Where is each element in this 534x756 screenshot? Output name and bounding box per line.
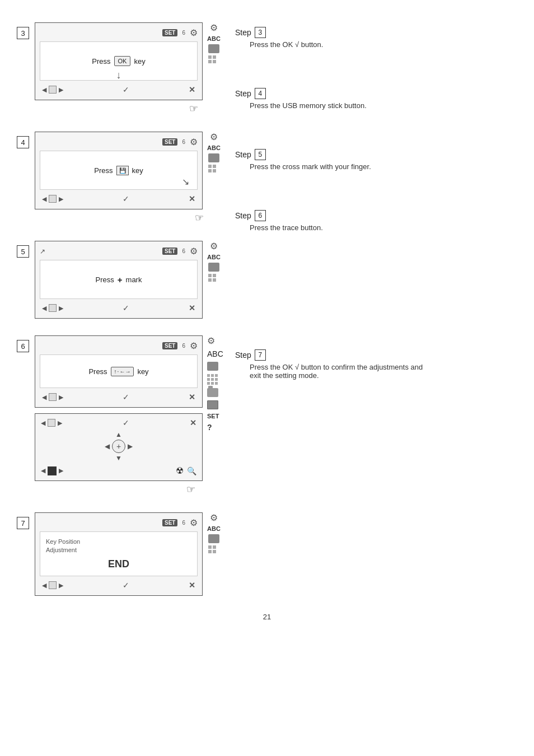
step-3-nav-arrows: ◀ ▶ [42,86,63,94]
step-6-trace-up-arrow: ↑ [114,368,117,375]
step-3-bottom-bar: ◀ ▶ ✓ ✕ [40,84,198,95]
step-3-device-screen: SET6 ⚙ Press OK key ↓ [35,22,203,100]
step-7-top-bar: SET6 ⚙ [40,517,198,528]
step-6-cursor-icon: ☢ [176,465,184,476]
step-5-mark-label: mark [126,276,142,284]
step-5-set-num: 6 [182,248,185,254]
step-7-bottom-bar: ◀ ▶ ✓ ✕ [40,580,198,591]
step-4-key-label: key [132,166,143,175]
step-6-trace-arrows: ←→ [119,368,130,375]
step-6-right-arrow-icon: ▶ [59,394,63,401]
step-7-end-screen-body: Key Position Adjustment END [40,531,198,576]
step-4-arrow-icon: ↘ [182,176,189,187]
step-7-right-arrow-icon: ▶ [59,582,63,589]
step-6-screen-wrapper: SET6 ⚙ Press ↑ · ←→ [35,335,223,481]
step-4-checkmark-icon: ✓ [123,194,129,203]
step-4-desc-num-box: 4 [255,88,266,99]
step-3-key-box: OK [114,56,131,66]
step-5-arrow-indicator: ↗ [40,248,45,255]
step-5-nav-arrows: ◀ ▶ [42,304,63,312]
step-6-extra-bottom: ◀ ▶ ☢ 🔍 [39,464,199,477]
step-6-desc-header: Step 6 [235,210,517,221]
step-4-nav-arrows: ◀ ▶ [42,195,63,203]
step-6-left-arrow-icon: ◀ [42,394,46,401]
step-7-row: 7 SET6 ⚙ Key Position Adjustment [17,512,224,596]
step-3-right-arrow-icon: ▶ [59,86,63,94]
step-5-sidebar-icon1 [208,263,219,272]
step-6-up-arrow-btn[interactable]: ▲ [115,431,122,438]
step-3-set-num: 6 [182,30,185,36]
step-5-gear-icon: ⚙ [190,246,198,256]
step-4-number: 4 [17,136,29,148]
step-5-sidebar-icon2 [208,274,219,282]
step-5-small-square [49,304,57,312]
step-6-plus-icon: + [116,442,121,451]
step-6-gear-icon: ⚙ [190,340,198,351]
step-3-checkmark-icon: ✓ [123,85,129,94]
step-4-right-sidebar: ⚙ ABC [207,132,221,209]
step-4-sidebar-icon2 [208,165,219,172]
step-4-finger-icon: ☞ [195,212,204,224]
step-6-extra-controls: ◀ ▶ ✓ ✕ ▲ ◀ [35,413,203,481]
step-5-press-label: Press [96,276,114,284]
step-4-device-screen: SET6 ⚙ Press 💾 key [35,132,203,209]
step-3-body-inner: Press OK key [92,56,145,66]
step-4-press-label: Press [94,166,113,175]
step-7-sidebar-icon1 [208,534,219,543]
step-3-small-square [49,86,57,94]
step-3-abc-label: ABC [207,35,221,42]
step-6-desc-step-label: Step [235,211,251,220]
step-4-bottom-bar: ◀ ▶ ✓ ✕ [40,193,198,204]
step-7-left-arrow-icon: ◀ [42,582,46,589]
step-5-desc-num-box: 5 [255,149,266,160]
step-5-bottom-bar: ◀ ▶ ✓ ✕ [40,302,198,314]
step-3-press-label: Press [92,57,110,66]
step-6-trace-dot: · [118,368,119,375]
step-6-trash-icon [207,400,218,409]
step-7-key-position-label: Key Position Adjustment [46,538,80,554]
step-4-usb-icon: 💾 [119,167,126,174]
step-7-right-sidebar: ⚙ ABC [207,512,221,596]
step-6-cross-center-btn[interactable]: + [112,440,125,453]
step-3-desc-step-label: Step [235,28,251,37]
step-5-screen-wrapper: ↗ SET6 ⚙ Press + mark [35,241,221,319]
step-5-screen-body: Press + mark [40,260,198,299]
step-3-key-label: key [134,57,145,66]
step-4-abc-label: ABC [207,144,221,151]
step-6-ctrl-x: ✕ [190,418,196,427]
step-4-left-arrow-icon: ◀ [42,195,46,203]
step-5-device-screen: ↗ SET6 ⚙ Press + mark [35,241,203,319]
step-6-down-arrow-btn[interactable]: ▼ [115,454,122,462]
step-3-sidebar-gear: ⚙ [210,22,218,33]
step-7-desc-text: Press the OK √ button to confirm the adj… [235,363,517,380]
step-4-right-arrow-icon: ▶ [59,195,63,203]
step-3-desc-header: Step 3 [235,27,517,38]
step-5-body-inner: Press + mark [96,275,142,284]
step-5-desc-header: Step 5 [235,149,517,160]
step-5-x-icon: ✕ [189,304,195,312]
step-7-desc-num-box: 7 [255,349,266,361]
step-7-end-text: END [108,558,129,570]
step-6-right-arrow-btn[interactable]: ▶ [128,442,133,450]
step-6-set-num: 6 [182,343,185,349]
step-3-sidebar-icon1 [208,44,219,53]
step-6-screens-stack: SET6 ⚙ Press ↑ · ←→ [35,335,203,481]
step-6-abc-label: ABC [207,349,223,358]
step-6-bottom-bar: ◀ ▶ ✓ ✕ [40,391,198,403]
step-6-left-arrow-btn[interactable]: ◀ [105,442,110,450]
step-4-desc-text: Press the USB memory stick button. [235,101,517,110]
step-4-sidebar-icon1 [208,153,219,162]
step-7-device-screen: SET6 ⚙ Key Position Adjustment END [35,512,203,596]
step-3-desc-text: Press the OK √ button. [235,40,517,49]
step-4-sidebar-gear: ⚙ [210,132,218,142]
step-6-desc-text: Press the trace button. [235,223,517,232]
step-4-x-icon: ✕ [189,194,195,203]
step-3-right-sidebar: ⚙ ABC [207,22,221,100]
step-5-row: 5 ↗ SET6 ⚙ Press + [17,241,224,319]
step-3-x-icon: ✕ [189,85,195,94]
step-5-sidebar-gear: ⚙ [210,241,218,251]
step-5-set-badge: SET [162,248,177,255]
step-7-nav-arrows: ◀ ▶ [42,581,63,589]
right-column: Step 3 Press the OK √ button. Step 4 Pre… [235,22,517,596]
step-6-cross-control: ▲ ◀ + ▶ ▼ [39,431,199,462]
